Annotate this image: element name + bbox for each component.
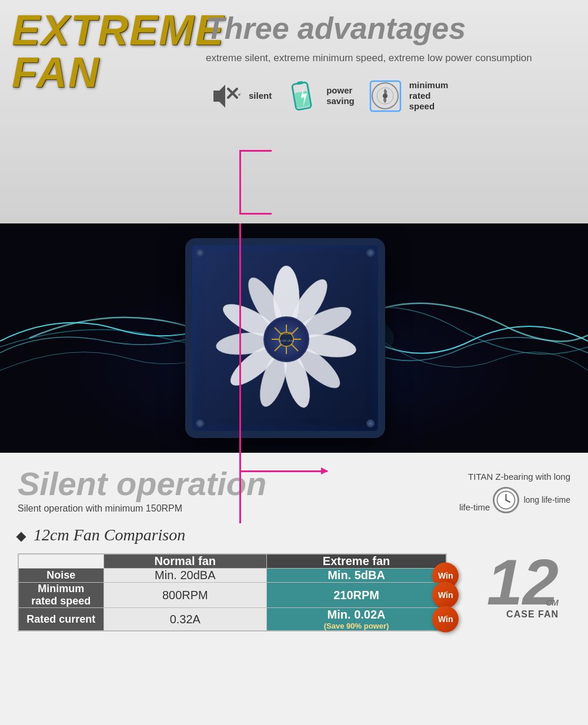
svg-point-12 (383, 93, 387, 98)
rated-current-sub: (Save 90% power) (267, 622, 446, 630)
fan-image: ⊛TITAN DC 12V / 2X.XX (176, 229, 394, 447)
comparison-title: 12cm Fan Comparison (18, 526, 570, 544)
icons-row: silent powersaving (206, 77, 576, 115)
silent-icon-item: silent (206, 77, 272, 115)
table-row: Noise Min. 20dBA Min. 5dBA Win (18, 569, 446, 583)
svg-rect-6 (296, 81, 303, 85)
z-bearing-note: TITAN Z-bearing with long life-time long… (459, 470, 570, 514)
svg-text:DC 12V / 2X.XX: DC 12V / 2X.XX (279, 340, 294, 342)
silent-label: silent (249, 91, 272, 101)
min-speed-normal-value: 800RPM (103, 583, 267, 608)
noise-extreme-value: Min. 5dBA Win (267, 569, 446, 583)
silent-icon (206, 77, 244, 115)
bottom-section: Silent operation Silent operation with m… (0, 453, 588, 658)
svg-text:⊛TITAN: ⊛TITAN (281, 332, 292, 335)
power-saving-label: powersaving (326, 85, 355, 106)
win-badge-current: Win (432, 606, 459, 633)
badge-12cm: 12 CM CASE FAN (487, 550, 559, 620)
advantages-subtitle: extreme silent, extreme minimum speed, e… (206, 51, 576, 65)
row-label-rated-current: Rated current (18, 608, 103, 632)
silent-op-title: Silent operation (18, 467, 266, 500)
table-row: Minimumrated speed 800RPM 210RPM Win (18, 583, 446, 608)
comparison-table: Normal fan Extreme fan Noise Min. 20dBA … (18, 553, 447, 632)
min-speed-icon (366, 77, 405, 115)
min-speed-extreme-value: 210RPM Win (267, 583, 446, 608)
clock-icon (493, 487, 519, 513)
empty-header-cell (18, 554, 103, 569)
diamond-icon (16, 532, 26, 542)
table-header-row: Normal fan Extreme fan (18, 554, 446, 569)
min-speed-icon-item: minimumratedspeed (366, 77, 449, 115)
badge-unit: CM (546, 594, 559, 609)
row-label-noise: Noise (18, 569, 103, 583)
power-saving-icon-item: powersaving (283, 77, 355, 115)
col-header-extreme: Extreme fan (267, 554, 446, 569)
top-section: EXTREME FAN Three advantages extreme sil… (0, 0, 588, 223)
rated-current-normal-value: 0.32A (103, 608, 267, 632)
svg-point-4 (241, 92, 242, 93)
svg-marker-0 (213, 85, 225, 108)
col-header-normal: Normal fan (103, 554, 267, 569)
rated-current-extreme-value: Min. 0.02A (Save 90% power) Win (267, 608, 446, 632)
fan-frame: ⊛TITAN DC 12V / 2X.XX (185, 238, 385, 438)
win-badge-speed: Win (432, 582, 459, 609)
svg-point-3 (238, 93, 240, 96)
min-speed-label: minimumratedspeed (409, 80, 449, 112)
fan-hero-section: ⊛TITAN DC 12V / 2X.XX (0, 223, 588, 453)
fan-blades-svg: ⊛TITAN DC 12V / 2X.XX (195, 248, 377, 430)
noise-normal-value: Min. 20dBA (103, 569, 267, 583)
power-saving-icon (283, 77, 322, 115)
comparison-table-wrapper: Normal fan Extreme fan Noise Min. 20dBA … (18, 553, 570, 632)
advantages-title: Three advantages (206, 12, 576, 45)
brand-text: EXTREME FAN (12, 9, 223, 93)
advantages-section: Three advantages extreme silent, extreme… (206, 12, 576, 115)
brand-title: EXTREME FAN (12, 9, 223, 93)
badge-case-fan: CASE FAN (506, 609, 559, 620)
row-label-min-speed: Minimumrated speed (18, 583, 103, 608)
table-row: Rated current 0.32A Min. 0.02A (Save 90%… (18, 608, 446, 632)
